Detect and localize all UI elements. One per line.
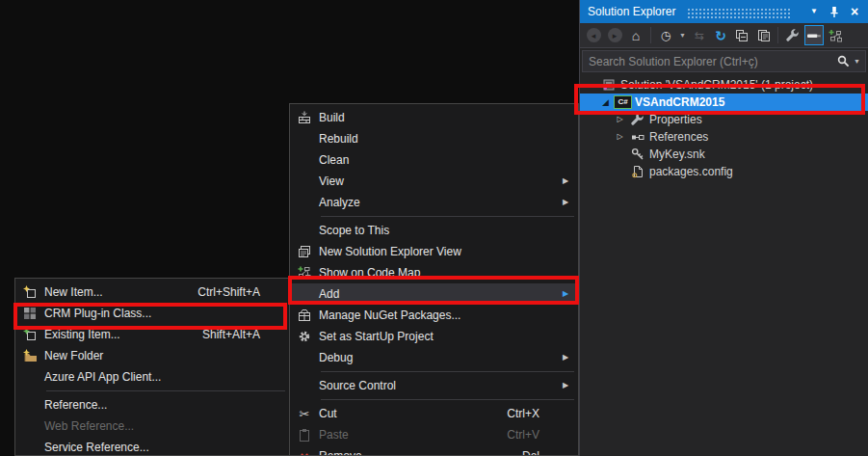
pending-changes-filter-button[interactable]: ◷: [656, 25, 675, 45]
tree-item-mykey-snk[interactable]: MyKey.snk: [580, 146, 868, 163]
menu-item-label: Scope to This: [319, 224, 539, 237]
solution-tree: Solution 'VSAndCRM2015' (1 project)◢C#VS…: [580, 75, 868, 180]
menu-item-analyze[interactable]: Analyze▶: [290, 192, 578, 213]
menu-separator: [321, 216, 574, 217]
menu-item-label: Existing Item...: [44, 328, 202, 341]
menu-item-label: Set as StartUp Project: [319, 330, 539, 343]
menu-item-shortcut: Ctrl+Shift+A: [197, 285, 274, 299]
preview-selected-items-button[interactable]: [753, 25, 773, 45]
menu-item-set-as-startup-project[interactable]: Set as StartUp Project: [290, 326, 578, 347]
forward-button[interactable]: ▸: [605, 25, 624, 45]
search-icon[interactable]: [837, 55, 850, 67]
chevron-down-icon: ▼: [810, 8, 818, 15]
menu-item-new-solution-explorer-view[interactable]: New Solution Explorer View: [290, 241, 578, 262]
submenu-arrow-icon: ▶: [563, 290, 578, 298]
menu-item-label: View: [319, 174, 539, 188]
close-icon: ×: [851, 5, 858, 18]
menu-item-label: New Folder: [44, 349, 260, 362]
config-file-icon: [627, 165, 647, 178]
window-position-button[interactable]: ▼: [806, 4, 822, 19]
expander-expanded-icon[interactable]: ◢: [598, 98, 613, 107]
menu-item-view[interactable]: View▶: [290, 171, 578, 192]
new-item-icon: [15, 285, 44, 299]
menu-item-new-item[interactable]: New Item...Ctrl+Shift+A: [15, 282, 289, 303]
crm-plugin-icon: [15, 307, 44, 320]
menu-item-shortcut: Ctrl+V: [507, 428, 563, 442]
titlebar-buttons: ▼×: [802, 4, 862, 19]
tree-item-solution[interactable]: Solution 'VSAndCRM2015' (1 project): [580, 76, 868, 94]
menu-item-shortcut: Shift+Alt+A: [202, 328, 274, 341]
clipboard-icon: [290, 428, 319, 442]
tree-item-label: VSAndCRM2015: [633, 95, 724, 109]
menu-item-source-control[interactable]: Source Control▶: [290, 375, 578, 396]
home-button[interactable]: ⌂: [626, 25, 645, 45]
menu-item-label: Add: [319, 287, 539, 301]
pin-icon: [829, 6, 839, 18]
show-all-files-button[interactable]: [804, 25, 824, 45]
menu-item-show-on-code-map[interactable]: Show on Code Map: [290, 262, 578, 283]
filter-dropdown-button[interactable]: ▼: [677, 25, 688, 45]
tree-item-label: MyKey.snk: [647, 148, 705, 161]
menu-item-rebuild[interactable]: Rebuild: [290, 128, 578, 149]
menu-item-label: CRM Plug-in Class...: [44, 307, 260, 320]
code-map-icon: [290, 266, 319, 280]
menu-item-manage-nuget-packages[interactable]: Manage NuGet Packages...: [290, 305, 578, 326]
menu-item-shortcut: Del: [522, 449, 563, 456]
pin-button[interactable]: [827, 4, 842, 19]
submenu-arrow-icon: ▶: [563, 382, 578, 389]
history-clock-icon: ◷: [661, 30, 671, 41]
menu-item-web-reference[interactable]: Web Reference...: [15, 416, 289, 437]
scissors-icon: ✂: [290, 408, 319, 420]
back-button[interactable]: ◂: [584, 25, 603, 45]
refresh-icon: ↻: [715, 29, 726, 42]
menu-item-reference[interactable]: Reference...: [15, 394, 289, 416]
expander-collapsed-icon[interactable]: ▷: [613, 116, 627, 123]
menu-item-existing-item[interactable]: Existing Item...Shift+Alt+A: [15, 324, 289, 345]
tree-item-project-vsandcrm2015[interactable]: ◢C#VSAndCRM2015: [580, 94, 868, 111]
menu-item-cut[interactable]: ✂CutCtrl+X: [290, 403, 578, 424]
tree-item-label: Solution 'VSAndCRM2015' (1 project): [618, 78, 813, 92]
properties-button[interactable]: [783, 25, 802, 45]
expander-collapsed-icon[interactable]: ▷: [613, 133, 627, 141]
toolbar-separator: [650, 27, 651, 43]
menu-item-clean[interactable]: Clean: [290, 149, 578, 171]
solution-explorer-titlebar[interactable]: Solution Explorer ▼×: [580, 0, 868, 23]
tree-item-label: Properties: [647, 113, 702, 126]
add-submenu: New Item...Ctrl+Shift+ACRM Plug-in Class…: [14, 278, 290, 456]
menu-item-label: Build: [319, 111, 539, 124]
menu-item-label: Azure API App Client...: [44, 370, 260, 384]
menu-item-label: Clean: [319, 153, 539, 167]
close-button[interactable]: ×: [847, 4, 862, 19]
menu-item-shortcut: Ctrl+X: [507, 407, 563, 420]
menu-item-add[interactable]: Add▶: [290, 283, 578, 305]
search-options-chevron-icon[interactable]: ▼: [854, 58, 860, 65]
refresh-button[interactable]: ↻: [711, 25, 730, 45]
menu-item-label: Remove: [319, 449, 522, 456]
tree-item-properties[interactable]: ▷Properties: [580, 111, 868, 128]
tree-item-packages-config[interactable]: packages.config: [580, 163, 868, 180]
menu-item-label: New Solution Explorer View: [319, 245, 539, 258]
wrench-icon: [627, 113, 647, 126]
new-solution-explorer-view-button[interactable]: [826, 25, 845, 45]
menu-item-service-reference[interactable]: Service Reference...: [15, 437, 289, 456]
menu-item-crm-plugin-class[interactable]: CRM Plug-in Class...: [15, 303, 289, 324]
menu-item-build[interactable]: Build: [290, 107, 578, 128]
search-input[interactable]: Search Solution Explorer (Ctrl+ç) ▼: [582, 50, 866, 72]
menu-item-scope-to-this[interactable]: Scope to This: [290, 220, 578, 241]
menu-item-label: Service Reference...: [44, 441, 260, 454]
menu-item-paste[interactable]: PasteCtrl+V: [290, 424, 578, 445]
show-all-files-icon: [806, 30, 822, 41]
tree-item-references[interactable]: ▷References: [580, 128, 868, 146]
sync-with-active-document-button[interactable]: ⇆: [690, 25, 709, 45]
titlebar-grip-dots: [687, 8, 792, 19]
menu-item-debug[interactable]: Debug▶: [290, 347, 578, 368]
menu-item-remove[interactable]: ×RemoveDel: [290, 445, 578, 456]
solution-explorer-panel: Solution Explorer ▼× ◂▸⌂◷▼⇆↻ Search Solu…: [579, 0, 868, 456]
panel-title: Solution Explorer: [588, 5, 675, 18]
key-icon: [627, 148, 647, 161]
back-circle-icon: ◂: [587, 28, 601, 42]
forward-circle-icon: ▸: [608, 28, 622, 42]
menu-item-azure-api-app-client[interactable]: Azure API App Client...: [15, 366, 289, 388]
menu-item-new-folder[interactable]: New Folder: [15, 345, 289, 366]
collapse-all-button[interactable]: [732, 25, 751, 45]
